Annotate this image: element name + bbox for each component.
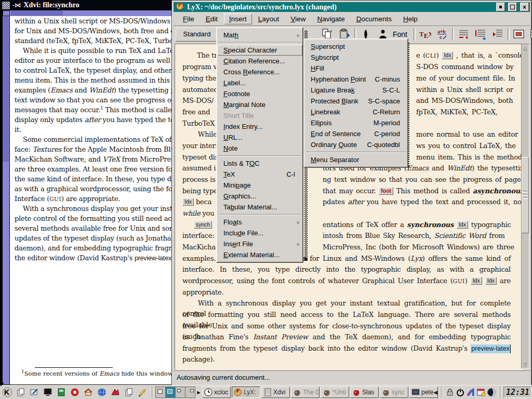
- scroll-up-icon[interactable]: △: [522, 44, 529, 52]
- menu-view[interactable]: View: [285, 14, 311, 24]
- menu-item-subscript[interactable]: Subscript: [304, 52, 407, 63]
- kmail-icon[interactable]: [109, 386, 122, 398]
- help-icon[interactable]: [69, 386, 81, 398]
- panel-handle[interactable]: [151, 387, 153, 398]
- panel-handle-3[interactable]: [499, 387, 501, 398]
- menu-item-hfill[interactable]: HFill: [304, 63, 407, 74]
- xdvi-iconify-icon[interactable]: [2, 2, 10, 9]
- menu-item-math[interactable]: Math▹: [217, 30, 302, 41]
- desktop-pager[interactable]: [155, 387, 195, 398]
- menu-item-superscript[interactable]: Superscript: [304, 41, 407, 52]
- index-inset[interactable]: Idx: [471, 277, 482, 285]
- lock-icon[interactable]: [445, 387, 455, 398]
- xdvi-vscroll-thumb[interactable]: [3, 16, 9, 162]
- marginpar-insert-icon[interactable]: [473, 27, 488, 42]
- window-list-icon[interactable]: [15, 386, 27, 398]
- pager-desktop-2[interactable]: [166, 387, 176, 397]
- menu-item-hyphenation-point[interactable]: Hyphenation PointC-minus: [304, 74, 407, 85]
- menu-documents[interactable]: Documents: [351, 14, 397, 24]
- footnote-inset[interactable]: foot: [379, 187, 393, 195]
- scroll-down-icon[interactable]: ▽: [522, 361, 529, 368]
- documents-icon[interactable]: [123, 386, 135, 398]
- task-button-slas[interactable]: Slas: [350, 387, 379, 398]
- menu-item-special-character[interactable]: Special Character: [217, 45, 302, 56]
- lyx-titlebar[interactable]: LyX: ~/doc/beginlatex/src/synchro.lyx (c…: [174, 2, 530, 12]
- menu-item-minipage[interactable]: Minipage: [217, 180, 302, 191]
- document-scrollbar[interactable]: △ ▽: [521, 44, 529, 369]
- menu-item-include-file[interactable]: Include File...: [217, 228, 302, 238]
- menu-item-ellipsis[interactable]: EllipsisM-period: [304, 117, 407, 128]
- terminal-icon[interactable]: [42, 386, 54, 398]
- tex-mode-icon[interactable]: TEX: [418, 27, 432, 42]
- menu-item-marginal-note[interactable]: Marginal Note: [217, 99, 302, 110]
- task-button-xcloc[interactable]: xcloc: [202, 387, 231, 398]
- task-button-the-g[interactable]: The G: [291, 387, 320, 398]
- menu-item-ligature-break[interactable]: Ligature BreakS-C-L: [304, 85, 407, 96]
- task-button-pete[interactable]: pete◀: [409, 387, 438, 398]
- moon-phase-icon[interactable]: [486, 387, 497, 398]
- menu-item-index-entry[interactable]: Index Entry...: [217, 121, 302, 132]
- menu-item-url[interactable]: URL...: [217, 132, 302, 143]
- task-overflow-icon[interactable]: ▶: [196, 387, 201, 398]
- menu-item-short-title[interactable]: Short Title: [217, 110, 302, 121]
- home-folder-icon[interactable]: [82, 386, 95, 398]
- index-inset[interactable]: Idx: [442, 51, 453, 59]
- task-button-lyx[interactable]: LyX:: [232, 387, 260, 398]
- menu-insert[interactable]: Insert: [224, 14, 252, 24]
- kppp-icon[interactable]: [55, 386, 68, 398]
- kmenu-button[interactable]: K: [1, 386, 14, 398]
- menu-help[interactable]: Help: [398, 14, 423, 24]
- label-inset[interactable]: synch: [194, 221, 212, 229]
- panel-handle-2[interactable]: [440, 387, 443, 398]
- insert-figure-icon[interactable]: [512, 27, 526, 42]
- menu-item-tex[interactable]: TeXC-l: [217, 169, 302, 180]
- menu-item-floats[interactable]: Floats▹: [217, 217, 302, 228]
- klipper-icon[interactable]: [466, 387, 476, 398]
- menu-item-insert-file[interactable]: Insert File▹: [217, 238, 302, 249]
- menu-file[interactable]: File: [178, 14, 200, 24]
- menu-item-external-material[interactable]: External Material...: [217, 249, 302, 260]
- xdvi-hscroll-thumb[interactable]: [11, 10, 63, 16]
- task-button-xdvi[interactable]: Xdvi: [261, 387, 290, 398]
- math-mode-icon[interactable]: a+bc: [435, 27, 449, 42]
- editor-icon[interactable]: [136, 386, 149, 398]
- menu-item-graphics[interactable]: Graphics...: [217, 191, 302, 202]
- menu-item-tabular-material[interactable]: Tabular Material...: [217, 202, 302, 212]
- menu-item-label[interactable]: Label...: [217, 77, 302, 88]
- menu-item-menu-separator[interactable]: Menu Separator: [304, 154, 407, 165]
- insert-table-icon[interactable]: [529, 27, 532, 42]
- lyx-window-icon[interactable]: [176, 2, 184, 12]
- task-button-unti[interactable]: *Unti: [321, 387, 349, 398]
- menu-navigate[interactable]: Navigate: [312, 14, 350, 24]
- digital-clock[interactable]: 12:31: [503, 387, 532, 398]
- menu-edit[interactable]: Edit: [201, 14, 223, 24]
- index-inset[interactable]: Idx: [182, 198, 194, 206]
- depth-icon[interactable]: [490, 27, 505, 42]
- pager-desktop-4[interactable]: [185, 387, 195, 397]
- organizer-icon[interactable]: [476, 387, 486, 398]
- scrollbar-thumb[interactable]: [522, 157, 529, 233]
- menu-item-linebreak[interactable]: LinebreakC-Return: [304, 107, 407, 117]
- menu-item-lists-toc[interactable]: Lists & TOC: [217, 158, 302, 169]
- close-button[interactable]: ×: [520, 3, 529, 11]
- menu-item-protected-blank[interactable]: Protected BlankS-C-space: [304, 96, 407, 107]
- xdvi-titlebar[interactable]: -⋈ Xdvi: file:synchro: [0, 0, 176, 10]
- show-desktop-icon[interactable]: [28, 386, 41, 398]
- menu-item-ordinary-quote[interactable]: Ordinary QuoteC-quotedbl: [304, 139, 407, 150]
- footnote-insert-icon[interactable]: [456, 27, 471, 42]
- menu-item-citation-reference[interactable]: Citation Reference...: [217, 56, 302, 66]
- xdvi-vertical-scrollbar[interactable]: [3, 16, 10, 384]
- menu-layout[interactable]: Layout: [253, 14, 285, 24]
- menu-item-footnote[interactable]: Footnote: [217, 88, 302, 99]
- index-inset[interactable]: Idx: [485, 277, 497, 285]
- task-button-sync[interactable]: sync: [380, 387, 408, 398]
- paragraph-style-combo[interactable]: Standard: [176, 28, 218, 42]
- konqueror-icon[interactable]: [96, 386, 108, 398]
- index-inset[interactable]: Idx: [457, 221, 468, 229]
- menu-item-cross-reference[interactable]: Cross Reference...: [217, 66, 302, 77]
- menu-item-note[interactable]: Note: [217, 143, 302, 154]
- xdvi-window-menu-icon[interactable]: -⋈: [12, 2, 21, 9]
- menu-item-end-of-sentence[interactable]: End of SentenceC-period: [304, 128, 407, 139]
- power-icon[interactable]: [455, 387, 466, 398]
- pager-desktop-1[interactable]: [156, 387, 166, 397]
